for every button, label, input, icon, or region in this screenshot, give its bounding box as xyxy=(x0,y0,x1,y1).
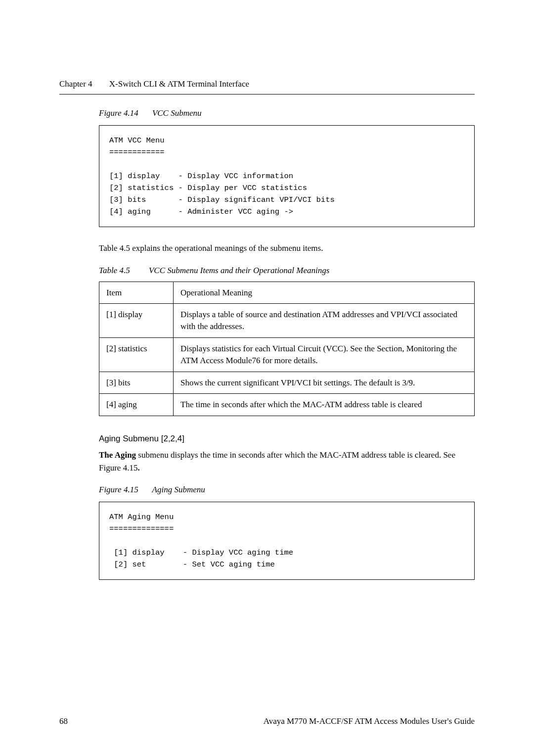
table-cell-item: [2] statistics xyxy=(99,338,174,372)
table-cell-meaning: Displays statistics for each Virtual Cir… xyxy=(174,338,475,372)
table-header-meaning: Operational Meaning xyxy=(174,282,475,304)
chapter-title: X-Switch CLI & ATM Terminal Interface xyxy=(109,79,249,89)
aging-submenu-code: ATM Aging Menu ============== [1] displa… xyxy=(99,502,475,580)
figure-title: VCC Submenu xyxy=(152,108,202,118)
header-divider xyxy=(59,94,475,94)
aging-rest: submenu displays the time in seconds aft… xyxy=(99,450,455,472)
table-cell-item: [4] aging xyxy=(99,394,174,416)
vcc-submenu-table: Item Operational Meaning [1] display Dis… xyxy=(99,282,475,417)
figure-label: Figure 4.15 xyxy=(99,485,138,494)
table-row: [1] display Displays a table of source a… xyxy=(99,304,475,338)
table-title: VCC Submenu Items and their Operational … xyxy=(149,266,329,275)
table-header-row: Item Operational Meaning xyxy=(99,282,475,304)
table-cell-meaning: The time in seconds after which the MAC-… xyxy=(174,394,475,416)
figure-title: Aging Submenu xyxy=(152,485,205,494)
chapter-label: Chapter 4 xyxy=(59,79,92,89)
figure-label: Figure 4.14 xyxy=(99,108,138,118)
table-row: [4] aging The time in seconds after whic… xyxy=(99,394,475,416)
aging-submenu-heading: Aging Submenu [2,2,4] xyxy=(99,434,475,444)
aging-description: The Aging submenu displays the time in s… xyxy=(99,449,475,474)
chapter-header: Chapter 4 X-Switch CLI & ATM Terminal In… xyxy=(59,79,475,89)
table-cell-item: [1] display xyxy=(99,304,174,338)
table-cell-meaning: Displays a table of source and destinati… xyxy=(174,304,475,338)
aging-lead-bold: The Aging xyxy=(99,450,136,460)
aging-tail-bold: . xyxy=(137,463,139,472)
table-cell-meaning: Shows the current significant VPI/VCI bi… xyxy=(174,372,475,394)
page-number: 68 xyxy=(59,716,68,726)
figure-4-15-caption: Figure 4.15 Aging Submenu xyxy=(99,485,475,495)
main-content: Figure 4.14 VCC Submenu ATM VCC Menu ===… xyxy=(99,108,475,580)
vcc-submenu-code: ATM VCC Menu ============ [1] display - … xyxy=(99,125,475,227)
table-cell-item: [3] bits xyxy=(99,372,174,394)
table-4-5-caption: Table 4.5 VCC Submenu Items and their Op… xyxy=(99,266,475,276)
page-footer: 68 Avaya M770 M-ACCF/SF ATM Access Modul… xyxy=(59,716,475,726)
table-row: [2] statistics Displays statistics for e… xyxy=(99,338,475,372)
table-row: [3] bits Shows the current significant V… xyxy=(99,372,475,394)
footer-doc-title: Avaya M770 M-ACCF/SF ATM Access Modules … xyxy=(264,716,475,726)
table-explain-text: Table 4.5 explains the operational meani… xyxy=(99,242,475,255)
figure-4-14-caption: Figure 4.14 VCC Submenu xyxy=(99,108,475,118)
table-header-item: Item xyxy=(99,282,174,304)
table-label: Table 4.5 xyxy=(99,266,130,275)
